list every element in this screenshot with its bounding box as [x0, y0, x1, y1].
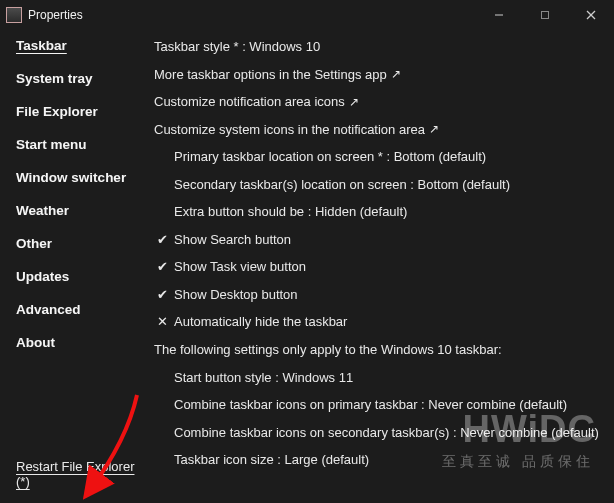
setting-row[interactable]: Combine taskbar icons on secondary taskb… — [154, 424, 604, 442]
setting-row[interactable]: Taskbar style * : Windows 10 — [154, 38, 604, 56]
setting-row[interactable]: ✔Show Task view button — [154, 258, 604, 276]
setting-row[interactable]: The following settings only apply to the… — [154, 341, 604, 359]
titlebar: Properties — [0, 0, 614, 30]
cross-icon: ✕ — [154, 313, 170, 331]
setting-label: Extra button should be : Hidden (default… — [174, 203, 407, 221]
setting-label: More taskbar options in the Settings app — [154, 66, 387, 84]
setting-row[interactable]: Customize notification area icons↗ — [154, 93, 604, 111]
nav-item-advanced[interactable]: Advanced — [16, 302, 150, 317]
app-icon — [6, 7, 22, 23]
setting-label: Show Search button — [174, 231, 291, 249]
setting-label: Taskbar icon size : Large (default) — [174, 451, 369, 469]
setting-label: Show Task view button — [174, 258, 306, 276]
close-icon — [586, 10, 596, 20]
external-link-icon: ↗ — [349, 94, 359, 110]
setting-label: The following settings only apply to the… — [154, 341, 502, 359]
minimize-button[interactable] — [476, 0, 522, 30]
nav-item-label: System tray — [16, 71, 93, 86]
maximize-icon — [540, 10, 550, 20]
setting-row[interactable]: ✔Show Desktop button — [154, 286, 604, 304]
nav-item-label: Updates — [16, 269, 69, 284]
setting-row[interactable]: Combine taskbar icons on primary taskbar… — [154, 396, 604, 414]
close-button[interactable] — [568, 0, 614, 30]
nav-item-label: File Explorer — [16, 104, 98, 119]
setting-row[interactable]: Extra button should be : Hidden (default… — [154, 203, 604, 221]
nav-item-start-menu[interactable]: Start menu — [16, 137, 150, 152]
setting-row[interactable]: Secondary taskbar(s) location on screen … — [154, 176, 604, 194]
nav-item-updates[interactable]: Updates — [16, 269, 150, 284]
setting-label: Primary taskbar location on screen * : B… — [174, 148, 486, 166]
setting-row[interactable]: Start button style : Windows 11 — [154, 369, 604, 387]
setting-row[interactable]: More taskbar options in the Settings app… — [154, 66, 604, 84]
minimize-icon — [494, 10, 504, 20]
setting-label: Combine taskbar icons on secondary taskb… — [174, 424, 599, 442]
window-title: Properties — [28, 8, 83, 22]
restart-file-explorer-link[interactable]: Restart File Explorer (*) — [16, 459, 150, 489]
content-panel: Taskbar style * : Windows 10More taskbar… — [150, 30, 614, 503]
nav-item-label: Window switcher — [16, 170, 126, 185]
nav-item-label: Start menu — [16, 137, 87, 152]
svg-rect-1 — [542, 12, 549, 19]
external-link-icon: ↗ — [391, 66, 401, 82]
setting-row[interactable]: Customize system icons in the notificati… — [154, 121, 604, 139]
maximize-button[interactable] — [522, 0, 568, 30]
setting-row[interactable]: Taskbar icon size : Large (default) — [154, 451, 604, 469]
setting-label: Show Desktop button — [174, 286, 298, 304]
nav-item-label: Weather — [16, 203, 69, 218]
nav-item-weather[interactable]: Weather — [16, 203, 150, 218]
nav-item-label: Taskbar — [16, 38, 67, 53]
setting-label: Combine taskbar icons on primary taskbar… — [174, 396, 567, 414]
setting-label: Taskbar style * : Windows 10 — [154, 38, 320, 56]
setting-label: Customize system icons in the notificati… — [154, 121, 425, 139]
setting-label: Automatically hide the taskbar — [174, 313, 347, 331]
check-icon: ✔ — [154, 258, 170, 276]
nav-item-window-switcher[interactable]: Window switcher — [16, 170, 150, 185]
nav-item-taskbar[interactable]: Taskbar — [16, 38, 150, 53]
nav-item-label: Advanced — [16, 302, 81, 317]
setting-label: Start button style : Windows 11 — [174, 369, 353, 387]
setting-row[interactable]: ✕Automatically hide the taskbar — [154, 313, 604, 331]
nav-item-about[interactable]: About — [16, 335, 150, 350]
sidebar: TaskbarSystem trayFile ExplorerStart men… — [0, 30, 150, 503]
nav-item-label: About — [16, 335, 55, 350]
check-icon: ✔ — [154, 286, 170, 304]
setting-label: Customize notification area icons — [154, 93, 345, 111]
nav-item-other[interactable]: Other — [16, 236, 150, 251]
check-icon: ✔ — [154, 231, 170, 249]
nav-item-file-explorer[interactable]: File Explorer — [16, 104, 150, 119]
setting-row[interactable]: ✔Show Search button — [154, 231, 604, 249]
nav-item-system-tray[interactable]: System tray — [16, 71, 150, 86]
nav-item-label: Other — [16, 236, 52, 251]
setting-row[interactable]: Primary taskbar location on screen * : B… — [154, 148, 604, 166]
setting-label: Secondary taskbar(s) location on screen … — [174, 176, 510, 194]
external-link-icon: ↗ — [429, 121, 439, 137]
